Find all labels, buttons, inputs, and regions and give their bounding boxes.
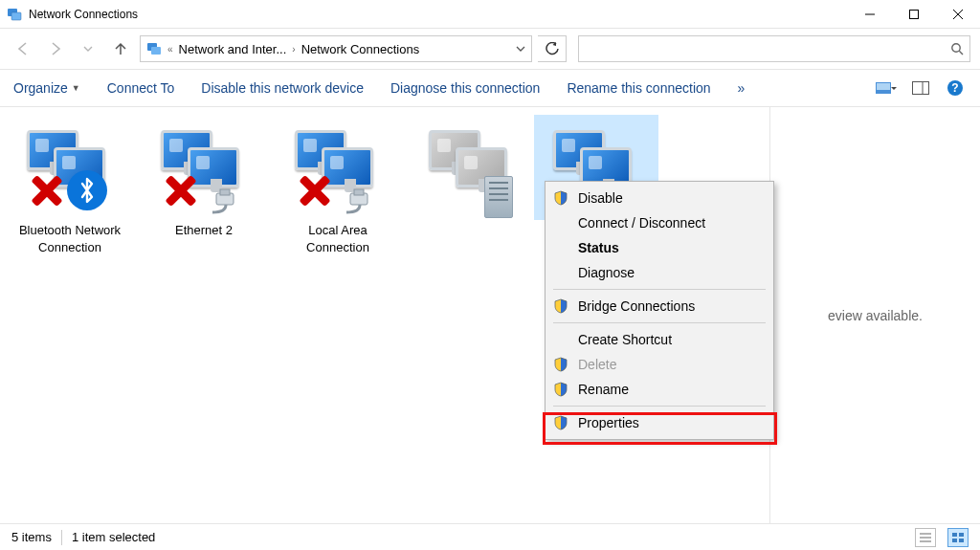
disable-device-button[interactable]: Disable this network device xyxy=(201,80,364,96)
svg-rect-24 xyxy=(959,533,964,537)
toolbar-overflow[interactable]: » xyxy=(738,80,746,96)
address-dropdown[interactable] xyxy=(516,44,525,54)
maximize-button[interactable] xyxy=(892,0,936,29)
connection-item-bluetooth[interactable]: Bluetooth Network Connection xyxy=(8,115,132,256)
svg-rect-12 xyxy=(913,82,929,95)
svg-rect-7 xyxy=(151,47,161,55)
disconnected-icon xyxy=(297,172,333,209)
search-input[interactable] xyxy=(578,35,970,62)
help-button[interactable]: ? xyxy=(944,79,967,97)
shield-icon xyxy=(553,190,568,206)
address-bar-row: « Network and Inter... › Network Connect… xyxy=(0,29,980,69)
connection-label: Bluetooth Network Connection xyxy=(8,222,132,256)
ctx-bridge[interactable]: Bridge Connections xyxy=(546,294,773,319)
view-menu[interactable] xyxy=(875,80,898,96)
selected-count: 1 item selected xyxy=(72,530,155,544)
connection-label: Ethernet 2 xyxy=(142,222,266,239)
svg-rect-3 xyxy=(910,10,919,18)
shield-icon xyxy=(553,298,568,314)
connection-item-4[interactable] xyxy=(410,115,534,222)
svg-rect-11 xyxy=(877,83,890,90)
ctx-delete: Delete xyxy=(546,352,773,377)
connection-item-local-area[interactable]: Local Area Connection xyxy=(276,115,400,256)
close-button[interactable] xyxy=(936,0,980,29)
ethernet-icon xyxy=(207,187,243,214)
breadcrumb-2[interactable]: Network Connections xyxy=(301,42,420,56)
preview-pane-toggle[interactable] xyxy=(909,81,932,95)
svg-rect-26 xyxy=(959,539,964,542)
svg-rect-23 xyxy=(952,533,957,537)
ethernet-icon xyxy=(341,187,377,214)
disconnected-icon xyxy=(29,172,65,209)
view-icons-button[interactable] xyxy=(947,528,969,547)
rename-conn-button[interactable]: Rename this connection xyxy=(567,80,710,96)
breadcrumb-start[interactable]: « xyxy=(167,44,173,55)
shield-icon xyxy=(553,357,568,372)
svg-rect-25 xyxy=(952,539,957,542)
ctx-disable[interactable]: Disable xyxy=(546,186,773,210)
recent-dropdown[interactable] xyxy=(75,35,101,62)
ctx-diagnose[interactable]: Diagnose xyxy=(546,260,773,285)
chevron-icon[interactable]: › xyxy=(292,44,295,55)
svg-line-9 xyxy=(959,51,963,55)
ctx-status[interactable]: Status xyxy=(546,235,773,260)
server-icon xyxy=(484,176,513,218)
bluetooth-icon xyxy=(67,170,107,210)
preview-message: eview available. xyxy=(828,308,923,323)
ctx-shortcut[interactable]: Create Shortcut xyxy=(546,327,773,352)
svg-rect-17 xyxy=(220,189,230,195)
connect-to-button[interactable]: Connect To xyxy=(107,80,175,96)
ctx-rename[interactable]: Rename xyxy=(546,377,773,402)
organize-menu[interactable]: Organize▼ xyxy=(13,80,80,96)
app-icon xyxy=(0,7,29,22)
preview-pane: eview available. xyxy=(769,107,980,523)
svg-rect-1 xyxy=(11,12,21,20)
svg-rect-19 xyxy=(354,189,364,195)
svg-text:?: ? xyxy=(951,81,958,95)
item-count: 5 items xyxy=(11,530,52,544)
shield-icon xyxy=(553,415,568,430)
ctx-connect[interactable]: Connect / Disconnect xyxy=(546,210,773,235)
connection-label: Local Area Connection xyxy=(276,222,400,256)
location-icon xyxy=(146,41,162,56)
up-button[interactable] xyxy=(107,35,134,62)
minimize-button[interactable] xyxy=(848,0,892,29)
search-icon xyxy=(950,42,964,55)
view-details-button[interactable] xyxy=(915,528,936,547)
refresh-button[interactable] xyxy=(538,35,567,62)
svg-point-8 xyxy=(952,44,960,52)
command-bar: Organize▼ Connect To Disable this networ… xyxy=(0,69,980,107)
shield-icon xyxy=(553,382,568,397)
back-button[interactable] xyxy=(10,35,36,62)
address-bar[interactable]: « Network and Inter... › Network Connect… xyxy=(140,35,532,62)
window-title: Network Connections xyxy=(29,8,848,21)
breadcrumb-1[interactable]: Network and Inter... xyxy=(179,42,287,56)
context-menu: Disable Connect / Disconnect Status Diag… xyxy=(545,181,774,440)
connection-item-ethernet2[interactable]: Ethernet 2 xyxy=(142,115,266,239)
forward-button[interactable] xyxy=(42,35,69,62)
disconnected-icon xyxy=(163,172,199,209)
diagnose-button[interactable]: Diagnose this connection xyxy=(390,80,540,96)
ctx-properties[interactable]: Properties xyxy=(546,410,773,435)
status-bar: 5 items 1 item selected xyxy=(0,523,980,550)
